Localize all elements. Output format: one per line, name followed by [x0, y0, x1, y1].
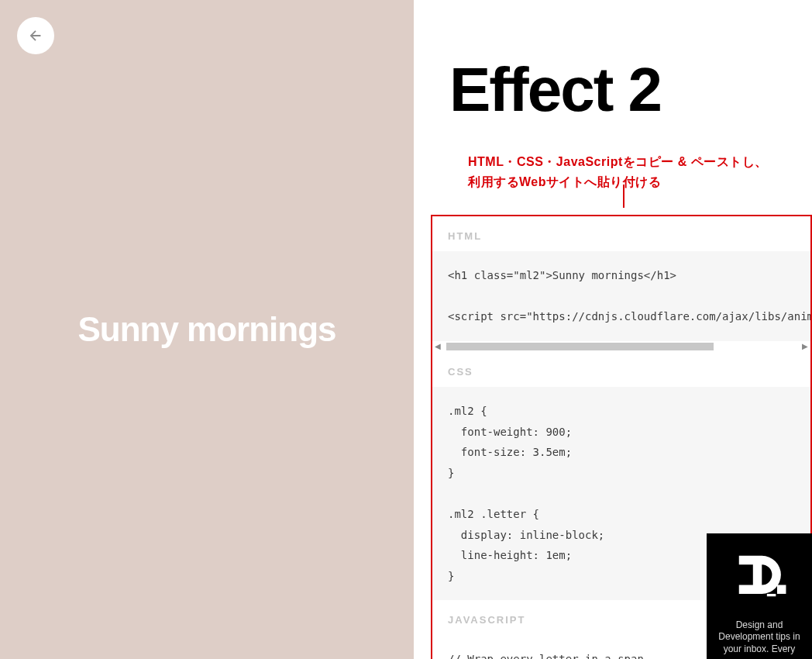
- promo-text: Design and Development tips in your inbo…: [711, 619, 807, 656]
- annotation-connector: [623, 185, 624, 208]
- scroll-track[interactable]: [432, 343, 810, 350]
- svg-rect-2: [767, 594, 776, 596]
- html-code-block[interactable]: <h1 class="ml2">Sunny mornings</h1> <scr…: [432, 251, 810, 341]
- promo-line-2: Development tips in: [718, 631, 800, 642]
- svg-rect-1: [777, 585, 786, 593]
- promo-line-1: Design and: [736, 619, 783, 630]
- page-title: Effect 2: [449, 54, 812, 126]
- content-panel: Effect 2 HTML・CSS・JavaScriptをコピー & ペーストし…: [414, 0, 812, 659]
- instruction-line-2: 利用するWebサイトへ貼り付ける: [468, 175, 661, 188]
- html-section-label: HTML: [432, 216, 810, 251]
- promo-line-3: your inbox. Every: [724, 643, 796, 654]
- demo-text: Sunny mornings: [77, 310, 335, 349]
- scroll-right-icon[interactable]: ▶: [802, 342, 808, 350]
- demo-panel: Sunny mornings: [0, 0, 414, 659]
- instruction-line-1: HTML・CSS・JavaScriptをコピー & ペーストし、: [468, 155, 768, 168]
- back-button[interactable]: [17, 17, 54, 54]
- arrow-left-icon: [27, 27, 44, 44]
- promo-logo-icon: [728, 544, 791, 608]
- css-section-label: CSS: [432, 352, 810, 387]
- scroll-thumb[interactable]: [446, 343, 714, 350]
- instruction-text: HTML・CSS・JavaScriptをコピー & ペーストし、 利用するWeb…: [468, 152, 812, 191]
- horizontal-scrollbar[interactable]: ◀ ▶: [432, 341, 810, 352]
- promo-widget[interactable]: Design and Development tips in your inbo…: [707, 533, 812, 659]
